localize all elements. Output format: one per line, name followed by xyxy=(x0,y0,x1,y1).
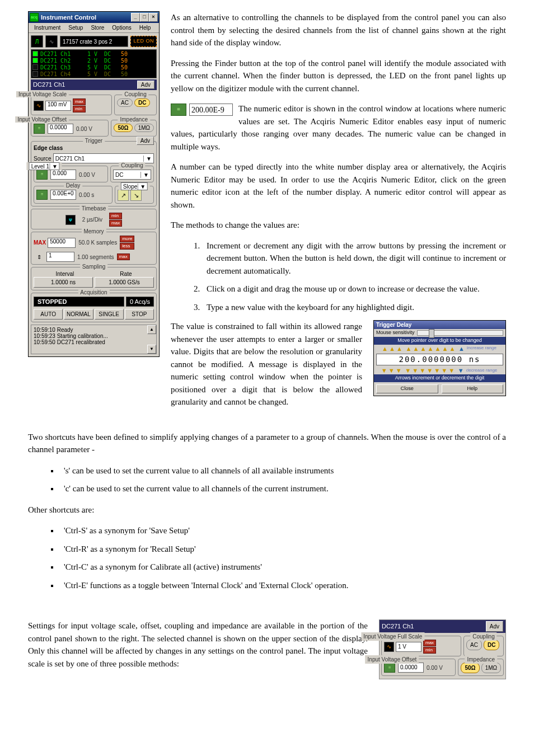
body-paragraph: A number can be typed directly into the … xyxy=(171,161,506,211)
trigger-delay-value[interactable]: 0.00E+0 xyxy=(50,190,76,200)
acq-single-button[interactable]: SINGLE xyxy=(95,309,124,320)
timebase-narrow-icon[interactable]: ᴪ xyxy=(65,215,76,225)
body-paragraph: The value is constrained to fall within … xyxy=(171,320,362,408)
menu-store[interactable]: Store xyxy=(87,24,107,31)
up-arrow-icon[interactable]: ▲ xyxy=(406,346,413,351)
mini-dc-button[interactable]: DC xyxy=(484,640,499,650)
acq-normal-button[interactable]: NORMAL xyxy=(64,309,93,320)
scroll-down-icon[interactable]: ▼ xyxy=(147,345,156,354)
titlebar[interactable]: acq Instrument Control _ □ × xyxy=(29,12,159,23)
impedance-1m-button[interactable]: 1MΩ xyxy=(134,124,154,132)
memory-more-button[interactable]: more xyxy=(120,236,134,242)
mouse-sensitivity-slider[interactable] xyxy=(417,330,503,336)
mini-impedance-group: Impedance 50Ω 1MΩ xyxy=(458,659,504,676)
channel-row[interactable]: DC271 Ch3 5 V DC 50 xyxy=(32,64,155,71)
timebase-max-button[interactable]: max xyxy=(109,220,122,227)
trigger-level-select[interactable]: Level 1▼ xyxy=(29,162,60,170)
led-on-indicator[interactable]: LED ON xyxy=(130,36,157,47)
maximize-button[interactable]: □ xyxy=(140,13,149,22)
down-arrow-icon[interactable]: ▼ xyxy=(388,368,395,373)
increase-range-icon[interactable]: ▲ xyxy=(458,346,465,351)
menu-setup[interactable]: Setup xyxy=(65,24,86,31)
acq-auto-button[interactable]: AUTO xyxy=(34,309,63,320)
numeric-editor-icon[interactable]: ≡ xyxy=(34,124,45,134)
impedance-50-button[interactable]: 50Ω xyxy=(114,124,132,132)
up-arrow-icon[interactable]: ▲ xyxy=(396,346,403,351)
down-arrow-icon[interactable]: ▼ xyxy=(405,368,411,373)
coupling-dc-button[interactable]: DC xyxy=(134,98,150,107)
instrument-control-window: acq Instrument Control _ □ × Instrument … xyxy=(28,11,160,357)
menu-options[interactable]: Options xyxy=(109,24,134,31)
numeric-editor-value[interactable]: 200.00E-9 xyxy=(189,104,233,116)
down-arrow-icon[interactable]: ▼ xyxy=(441,368,448,373)
up-arrow-icon[interactable]: ▲ xyxy=(420,346,427,351)
coupling-ac-button[interactable]: AC xyxy=(117,98,133,107)
minimize-button[interactable]: _ xyxy=(131,13,140,22)
trigger-adv-button[interactable]: Adv xyxy=(137,137,154,145)
mini-1m-button[interactable]: 1MΩ xyxy=(481,663,501,673)
close-button[interactable]: × xyxy=(149,13,158,22)
mini-50-button[interactable]: 50Ω xyxy=(461,663,479,673)
popup-help-button[interactable]: Help xyxy=(442,384,504,393)
memory-samples-value[interactable]: 50000 xyxy=(48,238,76,248)
up-arrow-icon[interactable]: ▲ xyxy=(435,346,442,351)
channel-row[interactable]: DC271 Ch1 1 V DC 50 xyxy=(32,50,155,57)
channel-row[interactable]: DC271 Ch2 2 V DC 50 xyxy=(32,57,155,64)
trigger-coupling-select[interactable]: DC▼ xyxy=(113,170,151,180)
down-arrow-icon[interactable]: ▼ xyxy=(434,368,441,373)
down-arrow-icon[interactable]: ▼ xyxy=(448,368,455,373)
numeric-editor-icon[interactable]: ≡ xyxy=(36,190,48,200)
scale-max-button[interactable]: max xyxy=(73,98,86,105)
adv-button[interactable]: Adv xyxy=(137,81,154,89)
wave-icon-button-2[interactable]: ∿ xyxy=(45,35,58,48)
mini-ac-button[interactable]: AC xyxy=(466,640,482,650)
down-arrow-icon[interactable]: ▼ xyxy=(419,368,426,373)
memory-segments-value[interactable]: 1 xyxy=(46,252,74,262)
wave-up-icon[interactable]: ∿ xyxy=(34,101,44,111)
mini-offset-value[interactable]: 0.0000 xyxy=(398,663,424,673)
memory-less-button[interactable]: less xyxy=(120,243,134,250)
up-arrow-icon[interactable]: ▲ xyxy=(442,346,449,351)
up-arrow-icon[interactable]: ▲ xyxy=(382,346,388,351)
mini-scale-value[interactable]: 1 V xyxy=(396,642,421,652)
menu-help[interactable]: Help xyxy=(136,24,154,31)
scale-min-button[interactable]: min xyxy=(73,106,86,112)
slope-falling-icon[interactable]: ↘ xyxy=(130,190,142,201)
slope-rising-icon[interactable]: ↗ xyxy=(118,190,129,201)
wave-up-icon[interactable]: ∿ xyxy=(384,642,394,652)
sampling-rate-label: Rate xyxy=(120,271,132,277)
channel-row[interactable]: DC271 Ch4 5 V DC 50 xyxy=(32,71,155,77)
down-arrow-icon[interactable]: ▼ xyxy=(412,368,419,373)
numeric-editor-icon[interactable]: ≡ xyxy=(36,170,48,180)
down-arrow-icon[interactable]: ▼ xyxy=(381,368,388,373)
numeric-editor-icon[interactable]: ≡ xyxy=(171,104,186,116)
down-arrow-icon[interactable]: ▼ xyxy=(427,368,433,373)
numeric-editor-icon[interactable]: ≡ xyxy=(384,663,395,673)
sampling-interval-button[interactable]: 1.0000 ns xyxy=(34,277,93,288)
memory-max-label: MAX xyxy=(34,240,46,246)
offset-value[interactable]: 0.0000 xyxy=(48,124,73,134)
acq-stop-button[interactable]: STOP xyxy=(125,309,154,320)
up-arrow-icon[interactable]: ▲ xyxy=(449,346,456,351)
timebase-min-button[interactable]: min xyxy=(109,213,122,219)
down-arrow-icon[interactable]: ▼ xyxy=(396,368,402,373)
trigger-level-value[interactable]: 0.000 xyxy=(50,170,76,180)
mini-min-button[interactable]: min xyxy=(423,647,436,654)
sampling-group: Sampling Interval Rate 1.0000 ns 1.0000 … xyxy=(31,267,157,290)
scroll-up-icon[interactable]: ▲ xyxy=(147,325,156,334)
popup-value[interactable]: 200.0000000 ns xyxy=(376,354,503,365)
up-arrow-icon[interactable]: ▲ xyxy=(413,346,420,351)
decrease-range-icon[interactable]: ▼ xyxy=(458,368,465,373)
mini-adv-button[interactable]: Adv xyxy=(486,621,503,632)
memory-seg-max-button[interactable]: max xyxy=(117,253,130,260)
scale-value[interactable]: 100 mV xyxy=(45,101,71,111)
menu-instrument[interactable]: Instrument xyxy=(31,24,64,31)
popup-close-button[interactable]: Close xyxy=(376,384,438,393)
sampling-rate-button[interactable]: 1.0000 GS/s xyxy=(95,277,154,288)
mini-max-button[interactable]: max xyxy=(423,640,436,646)
wave-icon-button[interactable]: Л xyxy=(31,35,43,48)
crate-label[interactable]: 17157 crate 3 pos 2 xyxy=(60,36,128,47)
up-arrow-icon[interactable]: ▲ xyxy=(428,346,434,351)
up-arrow-icon[interactable]: ▲ xyxy=(389,346,396,351)
trigger-slope-select[interactable]: Slope▼ xyxy=(121,182,148,190)
